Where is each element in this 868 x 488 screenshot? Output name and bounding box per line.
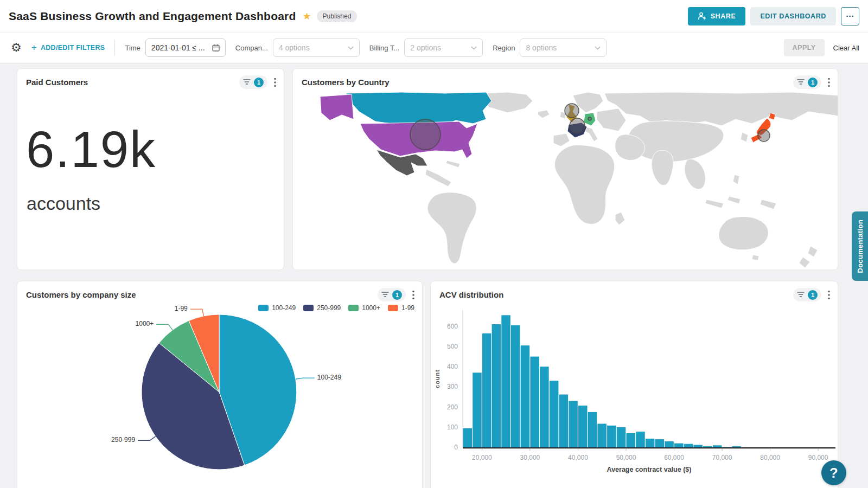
land-australia: [719, 216, 768, 249]
histogram-bar[interactable]: [597, 424, 607, 448]
widget-filter-button[interactable]: 1: [239, 75, 267, 89]
land-new-zealand: [808, 246, 818, 257]
legend-item[interactable]: 250-999: [303, 304, 341, 312]
histogram-bar[interactable]: [550, 381, 559, 447]
histogram-bar[interactable]: [627, 433, 636, 447]
legend-item[interactable]: 100-249: [258, 304, 296, 312]
y-tick-label: 300: [447, 383, 458, 390]
histogram-bar[interactable]: [463, 428, 473, 447]
divider: [114, 40, 115, 55]
clear-all-button[interactable]: Clear All: [833, 44, 859, 52]
favorite-star-icon[interactable]: ★: [302, 10, 311, 22]
widget-menu-kebab-icon[interactable]: [274, 78, 276, 87]
histogram-bar[interactable]: [703, 446, 712, 447]
histogram-bar[interactable]: [646, 439, 655, 447]
histogram-bar[interactable]: [578, 406, 588, 447]
filter-count-badge: 1: [808, 290, 818, 300]
filter-settings-gear-icon[interactable]: ⚙: [11, 41, 22, 55]
histogram-bar[interactable]: [569, 401, 578, 447]
histogram-bar[interactable]: [521, 345, 530, 447]
company-filter-value: 4 options: [279, 43, 310, 52]
land-iberia: [553, 133, 570, 146]
land-south-america: [427, 192, 476, 264]
map-marker-germany[interactable]: [588, 117, 591, 120]
histogram-bar[interactable]: [617, 427, 626, 447]
documentation-tab[interactable]: Documentation: [852, 211, 868, 281]
time-filter-input[interactable]: 2021-01-01 ≤ ...: [145, 38, 226, 57]
pie-slice-label: 1-99: [175, 305, 188, 312]
world-map-chart[interactable]: [293, 92, 838, 270]
histogram-bar[interactable]: [540, 367, 549, 447]
widget-menu-kebab-icon[interactable]: [828, 78, 830, 87]
histogram-bar[interactable]: [559, 395, 569, 448]
land-philippines: [733, 175, 739, 184]
x-tick-label: 50,000: [616, 454, 636, 461]
indicator-value: 6.19k: [26, 120, 284, 179]
histogram-bar[interactable]: [655, 439, 665, 447]
histogram-bar[interactable]: [636, 432, 645, 447]
widget-filter-button[interactable]: 1: [793, 288, 821, 301]
histogram-bar[interactable]: [684, 444, 693, 447]
land-central-america: [425, 169, 451, 187]
map-marker-france[interactable]: [570, 118, 585, 133]
land-indonesia: [705, 200, 724, 208]
legend-label: 1-99: [401, 304, 414, 312]
pie-label-connector: [190, 309, 204, 316]
land-africa: [554, 145, 614, 224]
x-tick-label: 20,000: [472, 454, 492, 461]
time-filter-value: 2021-01-01 ≤ ...: [151, 43, 205, 52]
legend-swatch: [303, 305, 314, 311]
y-tick-label: 200: [447, 403, 458, 411]
histogram-bar[interactable]: [665, 441, 674, 447]
histogram-chart[interactable]: 010020030040050060020,00030,00040,00050,…: [431, 305, 838, 484]
add-edit-filters-button[interactable]: + ADD/EDIT FILTERS: [31, 42, 105, 53]
histogram-bar[interactable]: [732, 446, 741, 447]
map-marker-uk[interactable]: [565, 104, 579, 118]
legend-swatch: [258, 305, 269, 311]
header-more-button[interactable]: ···: [841, 7, 859, 25]
pie-chart[interactable]: 100-249250-9991000+1-99: [17, 305, 423, 488]
filter-group-billing: Billing T... 2 options: [369, 38, 483, 57]
share-button-label: SHARE: [711, 12, 736, 20]
histogram-bar[interactable]: [530, 357, 539, 447]
indicator-unit: accounts: [27, 193, 284, 214]
widget-menu-kebab-icon[interactable]: [412, 290, 414, 300]
filter-label: Time: [125, 44, 140, 52]
map-marker-usa[interactable]: [410, 119, 441, 150]
help-button[interactable]: ?: [821, 460, 846, 485]
histogram-bar[interactable]: [482, 333, 492, 447]
histogram-bar[interactable]: [693, 445, 703, 448]
histogram-bar[interactable]: [501, 315, 510, 447]
filter-group-time: Time 2021-01-01 ≤ ...: [125, 38, 225, 57]
billing-filter-select[interactable]: 2 options: [404, 38, 483, 57]
histogram-bar[interactable]: [511, 325, 520, 447]
histogram-bar[interactable]: [713, 445, 722, 447]
x-axis-title: Average contract value ($): [607, 466, 692, 473]
legend-item[interactable]: 1000+: [348, 304, 380, 312]
share-button[interactable]: SHARE: [688, 7, 746, 25]
x-tick-label: 60,000: [664, 454, 684, 461]
y-tick-label: 100: [447, 423, 458, 431]
country-canada[interactable]: [346, 92, 492, 125]
widget-filter-button[interactable]: 1: [378, 288, 406, 301]
chevron-down-icon: [471, 46, 477, 50]
histogram-bar[interactable]: [473, 373, 482, 447]
widget-customers-by-country: Customers by Country 1: [292, 68, 838, 270]
company-filter-select[interactable]: 4 options: [273, 38, 360, 57]
histogram-bar[interactable]: [607, 426, 616, 447]
legend-item[interactable]: 1-99: [388, 304, 414, 312]
histogram-bar[interactable]: [588, 412, 597, 447]
land-iceland: [538, 110, 550, 118]
histogram-bar[interactable]: [674, 444, 684, 447]
y-tick-label: 0: [454, 444, 458, 451]
region-filter-select[interactable]: 8 options: [520, 38, 607, 57]
country-usa-alaska[interactable]: [320, 94, 354, 120]
histogram-bar[interactable]: [492, 324, 501, 447]
widget-filter-button[interactable]: 1: [793, 75, 821, 89]
edit-dashboard-button[interactable]: EDIT DASHBOARD: [750, 7, 836, 25]
widget-title: Paid Customers: [26, 78, 88, 87]
widget-menu-kebab-icon[interactable]: [828, 290, 830, 300]
apply-button[interactable]: APPLY: [784, 39, 825, 56]
map-marker-japan[interactable]: [758, 130, 770, 142]
page-title: SaaS Business Growth and Engagement Dash…: [9, 10, 296, 23]
